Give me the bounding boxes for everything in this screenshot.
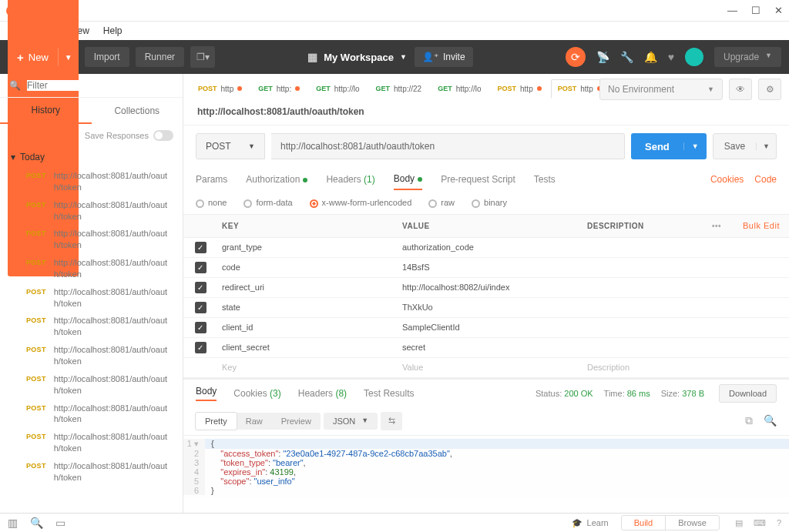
settings-button[interactable]: ⚙ [758, 79, 781, 100]
search-response-icon[interactable]: 🔍 [764, 414, 777, 427]
close-button[interactable]: ✕ [774, 5, 783, 16]
kv-row[interactable]: ✓redirect_urihttp://localhost:8082/ui/in… [183, 278, 789, 298]
code-link[interactable]: Code [754, 174, 777, 185]
format-selector[interactable]: JSON▼ [324, 413, 378, 430]
request-tab[interactable]: POSThttp [491, 79, 549, 99]
subtab-headers[interactable]: Headers (1) [326, 169, 374, 189]
col-desc: DESCRIPTION [583, 222, 700, 230]
bodytype-raw[interactable]: raw [428, 198, 455, 208]
subtab-tests[interactable]: Tests [534, 169, 556, 189]
today-header[interactable]: ▾Today [0, 147, 183, 167]
two-pane-icon[interactable]: ▤ [735, 518, 743, 528]
history-item[interactable]: POSThttp://localhost:8081/auth/oauth/tok… [0, 283, 183, 313]
tab-history[interactable]: History [0, 98, 92, 124]
sync-button[interactable]: ⟳ [566, 47, 586, 67]
bodytype-none[interactable]: none [196, 198, 227, 208]
col-menu[interactable]: ••• [700, 222, 734, 230]
heart-icon[interactable]: ♥ [668, 51, 674, 63]
history-item[interactable]: POSThttp://localhost:8081/auth/oauth/tok… [0, 167, 183, 196]
copy-icon[interactable]: ⧉ [745, 414, 753, 427]
learn-link[interactable]: Learn [587, 518, 609, 527]
method-selector[interactable]: POST▼ [196, 133, 265, 159]
history-item[interactable]: POSThttp://localhost:8081/auth/oauth/tok… [0, 341, 183, 370]
history-item[interactable]: POSThttp://localhost:8081/auth/oauth/tok… [0, 428, 183, 457]
request-tab[interactable]: GEThttp: [251, 79, 307, 99]
bodytype-binary[interactable]: binary [472, 198, 507, 208]
workspace-selector[interactable]: ▦ My Workspace ▼ [307, 51, 407, 63]
new-caret[interactable]: ▼ [58, 49, 79, 66]
cookies-link[interactable]: Cookies [710, 174, 744, 185]
find-icon[interactable]: 🔍 [30, 517, 43, 529]
kv-table: KEY VALUE DESCRIPTION ••• Bulk Edit ✓gra… [183, 215, 789, 379]
tab-collections[interactable]: Collections [92, 98, 183, 124]
save-responses-toggle[interactable]: Save Responses [85, 130, 173, 141]
upgrade-button[interactable]: Upgrade▼ [714, 47, 781, 67]
kv-row[interactable]: ✓grant_typeauthorization_code [183, 238, 789, 258]
quick-look-button[interactable]: 👁 [729, 79, 752, 100]
resp-cookies[interactable]: Cookies (3) [233, 388, 280, 399]
runner-button[interactable]: Runner [136, 47, 184, 67]
kv-row[interactable]: ✓client_idSampleClientId [183, 318, 789, 338]
kv-placeholder-row[interactable]: Key Value Description [183, 358, 789, 378]
subtab-auth[interactable]: Authorization [246, 169, 307, 189]
build-tab[interactable]: Build [622, 516, 666, 530]
filter-input[interactable] [27, 80, 173, 91]
send-button[interactable]: Send▼ [631, 133, 707, 159]
bulk-edit-link[interactable]: Bulk Edit [734, 221, 789, 230]
resp-headers[interactable]: Headers (8) [298, 388, 347, 399]
history-item[interactable]: POSThttp://localhost:8081/auth/oauth/tok… [0, 225, 183, 254]
history-item[interactable]: POSThttp://localhost:8081/auth/oauth/tok… [0, 370, 183, 400]
subtab-prereq[interactable]: Pre-request Script [441, 169, 515, 189]
view-pretty[interactable]: Pretty [195, 412, 237, 430]
checkbox-icon[interactable]: ✓ [195, 242, 206, 253]
history-item[interactable]: POSThttp://localhost:8081/auth/oauth/tok… [0, 312, 183, 341]
view-raw[interactable]: Raw [237, 413, 272, 430]
satellite-icon[interactable]: 📡 [596, 51, 609, 63]
download-button[interactable]: Download [719, 384, 777, 403]
caret-down-icon: ▾ [11, 152, 15, 162]
browse-tab[interactable]: Browse [666, 516, 719, 530]
checkbox-icon[interactable]: ✓ [195, 322, 206, 333]
request-tab[interactable]: POSThttp [191, 79, 249, 99]
bell-icon[interactable]: 🔔 [644, 51, 657, 63]
kv-row[interactable]: ✓code14BsfS [183, 258, 789, 278]
request-tab[interactable]: GEThttp://22 [369, 79, 429, 99]
console-icon[interactable]: ▭ [55, 517, 65, 529]
view-preview[interactable]: Preview [272, 413, 321, 430]
menu-help[interactable]: Help [97, 24, 129, 38]
sidebar-toggle-icon[interactable]: ▥ [8, 517, 18, 529]
kv-row[interactable]: ✓client_secretsecret [183, 338, 789, 358]
keyboard-icon[interactable]: ⌨ [754, 518, 766, 528]
checkbox-icon[interactable]: ✓ [195, 282, 206, 293]
subtab-body[interactable]: Body [394, 169, 422, 190]
save-button[interactable]: Save▼ [713, 133, 777, 159]
minimize-button[interactable]: — [727, 5, 737, 16]
avatar[interactable] [685, 48, 703, 66]
invite-button[interactable]: 👤⁺ Invite [415, 47, 473, 67]
environment-selector[interactable]: No Environment▼ [599, 79, 723, 100]
help-icon[interactable]: ? [777, 518, 781, 528]
wrap-button[interactable]: ⇆ [381, 412, 402, 430]
maximize-button[interactable]: ☐ [751, 5, 760, 16]
url-input[interactable]: http://localhost:8081/auth/oauth/token [271, 133, 625, 159]
import-button[interactable]: Import [85, 47, 129, 67]
new-window-button[interactable]: ❐▾ [190, 46, 215, 68]
bodytype-formdata[interactable]: form-data [243, 198, 292, 208]
resp-tests[interactable]: Test Results [364, 388, 414, 399]
resp-body[interactable]: Body [196, 386, 217, 401]
clear-all-link[interactable]: Clear all [9, 131, 40, 140]
history-item[interactable]: POSThttp://localhost:8081/auth/oauth/tok… [0, 457, 183, 487]
checkbox-icon[interactable]: ✓ [195, 262, 206, 273]
request-tab[interactable]: GEThttp://lo [431, 79, 488, 99]
wrench-icon[interactable]: 🔧 [620, 51, 633, 63]
request-tab[interactable]: GEThttp://lo [309, 79, 366, 99]
subtab-params[interactable]: Params [196, 169, 227, 189]
checkbox-icon[interactable]: ✓ [195, 302, 206, 313]
bodytype-urlencoded[interactable]: x-www-form-urlencoded [310, 198, 412, 208]
history-item[interactable]: POSThttp://localhost:8081/auth/oauth/tok… [0, 196, 183, 226]
history-item[interactable]: POSThttp://localhost:8081/auth/oauth/tok… [0, 254, 183, 283]
history-item[interactable]: POSThttp://localhost:8081/auth/oauth/tok… [0, 400, 183, 429]
checkbox-icon[interactable]: ✓ [195, 342, 206, 353]
filter-row: 🔍 [0, 74, 183, 98]
kv-row[interactable]: ✓stateThXkUo [183, 298, 789, 318]
